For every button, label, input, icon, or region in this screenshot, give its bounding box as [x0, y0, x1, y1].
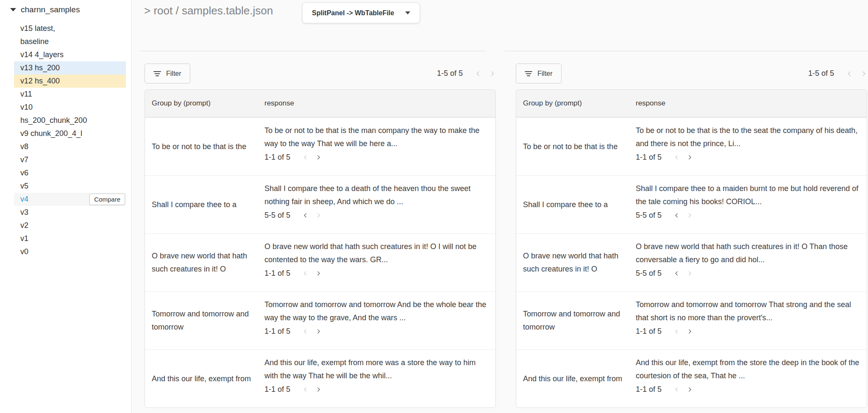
chevron-left-icon[interactable] — [673, 270, 680, 277]
compare-button[interactable]: Compare — [89, 194, 125, 205]
table-row: And this our life, exempt from And this … — [145, 349, 495, 407]
prompt-cell: And this our life, exempt from — [516, 350, 636, 407]
filter-row: Filter 1-5 of 5 — [145, 64, 496, 83]
sidebar-item-v1[interactable]: v1 — [14, 232, 126, 245]
response-text: Tomorrow and tomorrow and tomorrow And b… — [264, 298, 490, 324]
breadcrumb[interactable]: > root / samples.table.json — [144, 4, 273, 17]
table-header-row: Group by (prompt) response — [145, 90, 495, 117]
sidebar-item-v14[interactable]: v14 4_layers — [14, 48, 126, 61]
response-cell: Tomorrow and tomorrow and tomorrow And b… — [264, 292, 495, 349]
response-cell: And this our life, exempt from more was … — [264, 350, 495, 407]
sidebar-item-v9[interactable]: v9 chunk_200_4_l — [14, 127, 126, 140]
response-text: Shall I compare thee to a death of the h… — [264, 182, 490, 208]
chevron-right-icon[interactable] — [687, 270, 693, 277]
chevron-left-icon[interactable] — [673, 386, 680, 393]
results-table: Group by (prompt) response To be or not … — [145, 89, 496, 408]
response-cell: Shall I compare thee to a maiden burnt t… — [636, 176, 867, 233]
prompt-cell: To be or not to be that is the — [516, 118, 636, 175]
chevron-left-icon[interactable] — [846, 70, 853, 77]
pagination-count: 5-5 of 5 — [264, 211, 290, 220]
sidebar-item-v12[interactable]: v12 hs_400 — [14, 75, 126, 88]
chevron-right-icon[interactable] — [687, 386, 693, 393]
artifact-sidebar: charnn_samples v15 latest, baseline v14 … — [0, 0, 132, 413]
divider — [504, 51, 868, 51]
chevron-left-icon[interactable] — [302, 328, 309, 335]
chevron-left-icon[interactable] — [302, 386, 309, 393]
chevron-right-icon[interactable] — [687, 328, 693, 335]
prompt-cell: O brave new world that hath such creatur… — [516, 234, 636, 291]
response-cell: O brave new world that hath such creatur… — [264, 234, 495, 291]
prompt-cell: O brave new world that hath such creatur… — [145, 234, 264, 291]
cell-pagination: 5-5 of 5 — [264, 211, 490, 220]
table-row: To be or not to be that is the To be or … — [145, 117, 495, 175]
filter-row: Filter 1-5 of 5 — [516, 64, 867, 83]
chevron-left-icon[interactable] — [302, 212, 309, 219]
pagination-count: 1-1 of 5 — [264, 327, 290, 336]
filter-label: Filter — [166, 70, 181, 78]
sidebar-item-v13[interactable]: v13 hs_200 — [14, 61, 126, 75]
chevron-right-icon[interactable] — [315, 212, 322, 219]
cell-pagination: 1-1 of 5 — [264, 269, 490, 278]
collapse-triangle-icon[interactable] — [10, 8, 16, 11]
response-text: And this our life, exempt from more was … — [264, 356, 490, 383]
sidebar-item-v0[interactable]: v0 — [14, 245, 126, 258]
cell-pagination: 5-5 of 5 — [636, 269, 861, 278]
chevron-right-icon[interactable] — [315, 154, 322, 161]
sidebar-item-label: v4 — [20, 195, 28, 203]
chevron-left-icon[interactable] — [673, 212, 680, 219]
column-header-response[interactable]: response — [636, 99, 867, 108]
pagination-count: 5-5 of 5 — [636, 269, 662, 278]
response-cell: And this our life, exempt from the store… — [636, 350, 867, 407]
sidebar-item-v8[interactable]: v8 — [14, 140, 126, 153]
sidebar-item-v7[interactable]: v7 — [14, 153, 126, 166]
column-header-response[interactable]: response — [264, 99, 495, 108]
sidebar-item-v5[interactable]: v5 — [14, 180, 126, 193]
chevron-left-icon[interactable] — [673, 154, 680, 161]
chevron-right-icon[interactable] — [315, 386, 322, 393]
caret-down-icon — [405, 11, 410, 14]
table-row: O brave new world that hath such creatur… — [516, 233, 867, 291]
chevron-right-icon[interactable] — [315, 270, 322, 277]
column-header-group-by[interactable]: Group by (prompt) — [145, 99, 264, 108]
pagination-count: 1-1 of 5 — [636, 153, 662, 162]
chevron-right-icon[interactable] — [489, 70, 496, 77]
response-cell: To be or not to be that is the to the se… — [636, 118, 867, 175]
response-text: O brave new world that hath such creatur… — [636, 240, 861, 266]
sidebar-item-v2[interactable]: v2 — [14, 219, 126, 232]
response-cell: To be or not to be that is the man compa… — [264, 118, 495, 175]
chevron-left-icon[interactable] — [475, 70, 481, 77]
prompt-cell: To be or not to be that is the — [145, 118, 264, 175]
cell-pagination: 1-1 of 5 — [264, 385, 490, 394]
sidebar-item-v6[interactable]: v6 — [14, 166, 126, 180]
response-text: Shall I compare thee to a maiden burnt t… — [636, 182, 861, 208]
sidebar-item-hs-200-chunk-200[interactable]: hs_200_chunk_200 — [14, 114, 126, 127]
sidebar-item-v15[interactable]: v15 latest, — [14, 22, 126, 35]
filter-button[interactable]: Filter — [145, 64, 190, 83]
artifact-name: charnn_samples — [21, 5, 80, 14]
chevron-right-icon[interactable] — [687, 212, 693, 219]
panel-selector-dropdown[interactable]: SplitPanel -> WbTableFile — [302, 3, 420, 23]
chevron-right-icon[interactable] — [860, 70, 867, 77]
pagination-count: 1-1 of 5 — [264, 385, 290, 394]
chevron-left-icon[interactable] — [302, 270, 309, 277]
column-header-group-by[interactable]: Group by (prompt) — [516, 99, 636, 108]
chevron-right-icon[interactable] — [687, 154, 693, 161]
sidebar-item-baseline[interactable]: baseline — [14, 35, 126, 48]
response-text: To be or not to be that is the to the se… — [636, 124, 861, 150]
table-row: Tomorrow and tomorrow and tomorrow Tomor… — [145, 291, 495, 349]
cell-pagination: 1-1 of 5 — [264, 327, 490, 336]
chevron-left-icon[interactable] — [673, 328, 680, 335]
table-row: Tomorrow and tomorrow and tomorrow Tomor… — [516, 291, 867, 349]
prompt-cell: Tomorrow and tomorrow and tomorrow — [145, 292, 264, 349]
pagination-count: 1-1 of 5 — [264, 153, 290, 162]
cell-pagination: 1-1 of 5 — [636, 153, 861, 162]
filter-button[interactable]: Filter — [516, 64, 562, 83]
sidebar-item-v3[interactable]: v3 — [14, 206, 126, 219]
table-row: Shall I compare thee to a Shall I compar… — [516, 175, 867, 233]
filter-icon — [153, 71, 161, 77]
sidebar-item-v10[interactable]: v10 — [14, 101, 126, 114]
chevron-left-icon[interactable] — [302, 154, 309, 161]
sidebar-item-v4[interactable]: v4 Compare — [14, 193, 126, 206]
chevron-right-icon[interactable] — [315, 328, 322, 335]
sidebar-item-v11[interactable]: v11 — [14, 88, 126, 101]
